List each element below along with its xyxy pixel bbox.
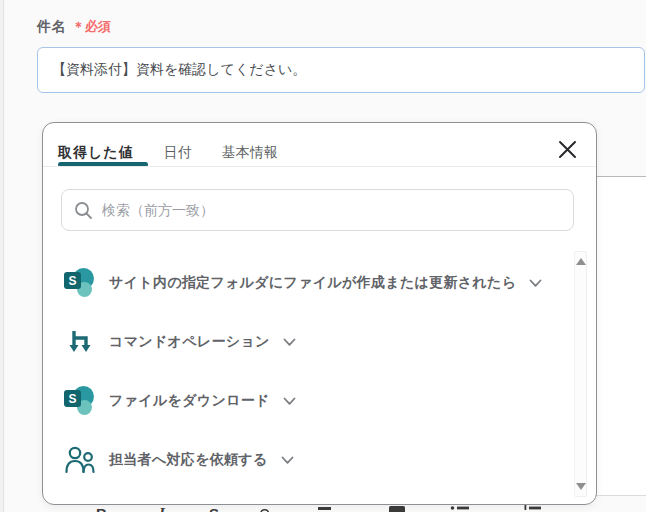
people-icon [63, 443, 97, 477]
italic-button[interactable]: I [159, 505, 165, 512]
scroll-up-arrow-icon[interactable] [576, 258, 586, 265]
chevron-down-icon[interactable] [529, 279, 542, 288]
list-item-command-operation[interactable]: コマンドオペレーション [63, 322, 296, 362]
chevron-down-icon[interactable] [281, 456, 294, 465]
close-icon [558, 140, 577, 159]
subject-input[interactable] [37, 47, 645, 93]
command-operation-icon [63, 325, 97, 359]
panel-left-edge [0, 0, 4, 512]
chevron-down-icon[interactable] [283, 338, 296, 347]
required-badge: ＊必須 [72, 18, 111, 36]
field-label: 件名 [37, 18, 66, 36]
search-icon [74, 201, 93, 220]
subject-field-label-row: 件名 ＊必須 [37, 18, 111, 36]
search-box [61, 189, 574, 231]
link-icon[interactable] [256, 505, 272, 512]
list-item-request-assignee[interactable]: 担当者へ対応を依頼する [63, 440, 294, 480]
close-button[interactable] [555, 137, 579, 161]
scrollbar[interactable] [574, 251, 587, 497]
body-editor-top-border [595, 176, 646, 177]
strikethrough-button[interactable]: S [209, 505, 219, 512]
numbered-list-icon[interactable] [522, 505, 542, 512]
scroll-down-arrow-icon[interactable] [576, 483, 586, 490]
list-item-sharepoint-folder-trigger[interactable]: S サイト内の指定フォルダにファイルが作成または更新されたら [63, 263, 542, 303]
sharepoint-icon: S [63, 384, 97, 418]
insert-value-dialog: 取得した値 日付 基本情報 S サイト内の指定フォル [42, 122, 597, 505]
tab-basic-info[interactable]: 基本情報 [222, 144, 278, 162]
body-editor-background [597, 176, 646, 495]
tab-retrieved-values[interactable]: 取得した値 [58, 144, 134, 162]
list-item-label: 担当者へ対応を依頼する [109, 451, 268, 469]
tab-divider [43, 166, 596, 167]
bullet-list-icon[interactable] [450, 505, 470, 512]
editor-toolbar: B I S [0, 505, 646, 512]
bold-button[interactable]: B [96, 505, 107, 512]
sharepoint-icon: S [63, 266, 97, 300]
list-item-label: ファイルをダウンロード [109, 392, 270, 410]
image-icon[interactable] [388, 505, 406, 512]
list-item-label: コマンドオペレーション [109, 333, 270, 351]
body-editor-toolbar-border [595, 495, 646, 496]
search-input[interactable] [102, 202, 561, 218]
list-item-label: サイト内の指定フォルダにファイルが作成または更新されたら [109, 274, 516, 292]
tab-date[interactable]: 日付 [164, 144, 192, 162]
horizontal-rule-icon[interactable] [317, 505, 333, 512]
screen: 件名 ＊必須 B I S 取得した値 日付 基本情報 [0, 0, 646, 512]
trigger-list: S サイト内の指定フォルダにファイルが作成または更新されたら コマンドオペレー [43, 249, 571, 497]
list-item-download-file[interactable]: S ファイルをダウンロード [63, 381, 296, 421]
chevron-down-icon[interactable] [283, 397, 296, 406]
